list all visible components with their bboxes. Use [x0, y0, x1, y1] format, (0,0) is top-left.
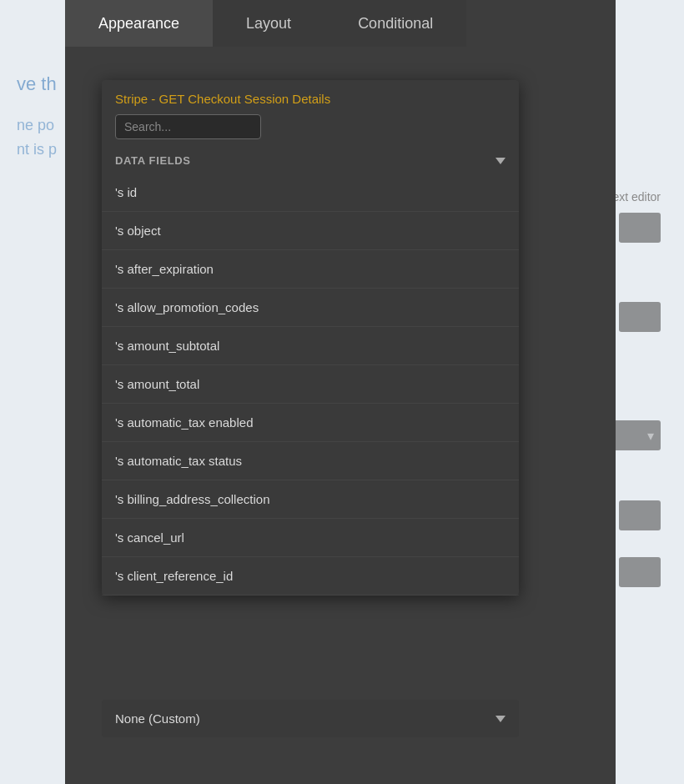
field-item[interactable]: 's id	[102, 173, 519, 212]
field-item[interactable]: 's allow_promotion_codes	[102, 289, 519, 327]
bg-box-3	[619, 500, 661, 530]
data-fields-header: DATA FIELDS	[102, 148, 519, 173]
field-item[interactable]: 's after_expiration	[102, 250, 519, 289]
bottom-chevron-down-icon	[495, 716, 505, 722]
fields-list[interactable]: 's id's object's after_expiration's allo…	[102, 173, 519, 596]
tab-layout[interactable]: Layout	[213, 0, 324, 47]
bg-text-2: ne po nt is p	[0, 100, 73, 175]
field-item[interactable]: 's cancel_url	[102, 519, 519, 557]
field-item[interactable]: 's billing_address_collection	[102, 480, 519, 519]
bg-box-2	[619, 302, 661, 332]
text-editor-label: ext editor	[612, 190, 661, 204]
field-item[interactable]: 's automatic_tax enabled	[102, 404, 519, 442]
bottom-custom-dropdown[interactable]: None (Custom)	[102, 700, 519, 737]
bg-box-4	[619, 557, 661, 587]
dropdown-panel: Stripe - GET Checkout Session Details DA…	[102, 80, 519, 596]
tab-conditional[interactable]: Conditional	[324, 0, 466, 47]
tab-bar: Appearance Layout Conditional	[65, 0, 616, 47]
field-item[interactable]: 's amount_subtotal	[102, 327, 519, 365]
chevron-down-icon	[495, 158, 505, 164]
tab-appearance[interactable]: Appearance	[65, 0, 213, 47]
dropdown-title: Stripe - GET Checkout Session Details	[102, 80, 519, 114]
bottom-dropdown-label: None (Custom)	[115, 711, 200, 726]
field-item[interactable]: 's automatic_tax status	[102, 442, 519, 480]
data-fields-label: DATA FIELDS	[115, 154, 191, 167]
bg-box-1	[619, 213, 661, 243]
field-item[interactable]: 's amount_total	[102, 365, 519, 404]
field-item[interactable]: 's client_reference_id	[102, 557, 519, 596]
field-item[interactable]: 's object	[102, 212, 519, 250]
main-panel: Appearance Layout Conditional Stripe - G…	[65, 0, 616, 784]
search-container	[102, 114, 519, 148]
search-input[interactable]	[115, 114, 261, 139]
